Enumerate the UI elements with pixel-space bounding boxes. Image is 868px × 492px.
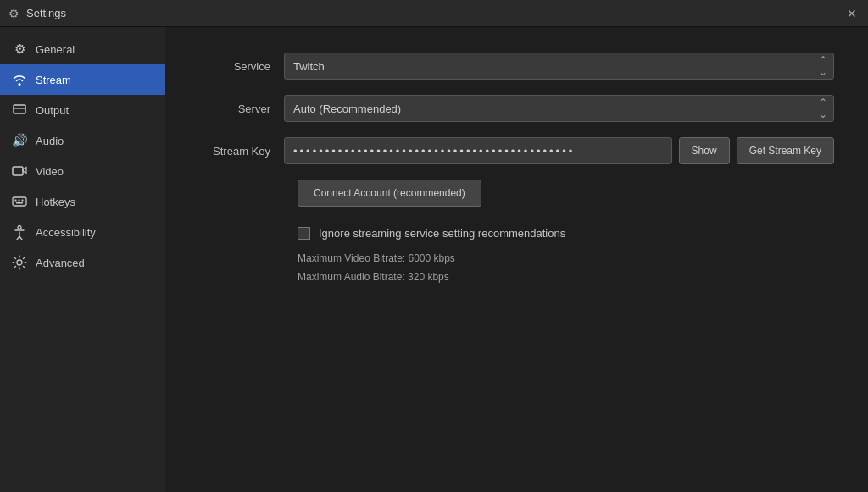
hotkeys-icon [12,194,27,209]
svg-rect-6 [22,200,24,202]
max-video-bitrate: Maximum Video Bitrate: 6000 kbps [298,250,834,268]
settings-panel: Service Twitch ⌃⌄ Server Auto (Recommend… [165,27,868,492]
service-label: Service [199,60,284,73]
accessibility-icon [12,224,27,240]
stream-icon [12,72,27,87]
ignore-recommendations-checkbox[interactable] [298,227,310,240]
sidebar-item-output[interactable]: Output [0,95,165,125]
sidebar-label-accessibility: Accessibility [36,226,96,239]
server-label: Server [199,102,284,115]
sidebar-item-hotkeys[interactable]: Hotkeys [0,186,165,217]
ignore-recommendations-label: Ignore streaming service setting recomme… [319,227,565,240]
server-row: Server Auto (Recommended) ⌃⌄ [199,95,834,122]
sidebar-item-accessibility[interactable]: Accessibility [0,217,165,247]
sidebar-label-output: Output [36,104,69,117]
get-stream-key-button[interactable]: Get Stream Key [737,137,834,164]
audio-icon: 🔊 [12,133,27,148]
svg-rect-0 [14,105,25,113]
bitrate-info: Maximum Video Bitrate: 6000 kbps Maximum… [298,250,834,286]
show-button[interactable]: Show [679,137,730,164]
max-audio-bitrate: Maximum Audio Bitrate: 320 kbps [298,268,834,287]
sidebar-item-general[interactable]: General [0,34,165,64]
checkbox-row: Ignore streaming service setting recomme… [298,227,834,240]
close-button[interactable]: ✕ [844,6,860,21]
advanced-icon [12,255,27,270]
connect-row: Connect Account (recommended) [199,180,834,227]
server-select-wrapper: Auto (Recommended) ⌃⌄ [284,95,834,122]
svg-rect-3 [13,197,26,206]
svg-rect-2 [13,167,23,175]
sidebar-label-video: Video [36,165,64,178]
svg-rect-7 [16,202,23,204]
gear-icon [12,41,27,57]
service-row: Service Twitch ⌃⌄ [199,53,834,80]
sidebar-label-hotkeys: Hotkeys [36,196,75,208]
main-content: General Stream Output [0,27,868,492]
sidebar-label-advanced: Advanced [36,257,85,269]
sidebar-label-stream: Stream [36,74,71,86]
sidebar-item-audio[interactable]: 🔊 Audio [0,125,165,156]
service-select-wrapper: Twitch ⌃⌄ [284,53,834,80]
title-bar-left: ⚙ Settings [8,7,66,20]
sidebar-item-stream[interactable]: Stream [0,64,165,95]
sidebar-item-video[interactable]: Video [0,156,165,186]
sidebar-label-audio: Audio [36,135,64,147]
stream-key-controls: Show Get Stream Key [284,137,834,164]
title-bar: ⚙ Settings ✕ [0,0,868,27]
stream-key-label: Stream Key [199,145,284,158]
window-title: Settings [26,7,66,19]
stream-key-input[interactable] [284,137,672,164]
connect-account-button[interactable]: Connect Account (recommended) [298,180,481,207]
video-icon [12,163,27,179]
sidebar-item-advanced[interactable]: Advanced [0,247,165,278]
output-icon [12,102,27,118]
server-select[interactable]: Auto (Recommended) [284,95,834,122]
svg-point-8 [18,226,21,229]
service-select[interactable]: Twitch [284,53,834,80]
svg-point-9 [17,260,22,265]
svg-rect-5 [19,200,20,202]
svg-rect-4 [15,200,17,202]
settings-gear-icon: ⚙ [8,7,19,20]
stream-key-row: Stream Key Show Get Stream Key [199,137,834,164]
sidebar: General Stream Output [0,27,165,492]
sidebar-label-general: General [36,43,75,56]
